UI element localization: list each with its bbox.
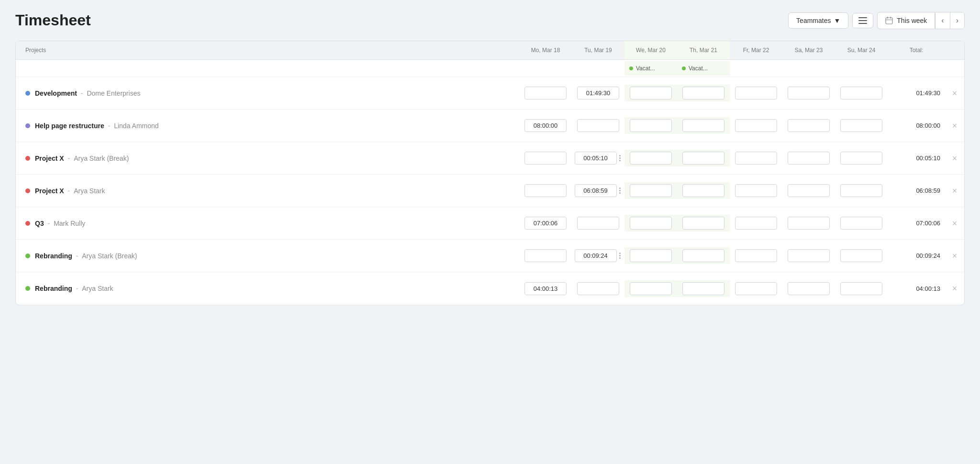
time-input[interactable] xyxy=(524,184,567,197)
time-cell xyxy=(624,85,677,101)
time-input[interactable] xyxy=(524,87,567,99)
time-input[interactable] xyxy=(577,282,619,295)
time-input[interactable] xyxy=(575,249,617,262)
time-input[interactable] xyxy=(682,282,724,295)
delete-row-button[interactable]: × xyxy=(952,187,958,195)
time-input[interactable] xyxy=(682,87,724,99)
time-input[interactable] xyxy=(788,152,830,165)
col-su: Su, Mar 24 xyxy=(835,41,888,59)
col-we: We, Mar 20 xyxy=(624,41,677,59)
more-options-button[interactable] xyxy=(618,187,622,195)
time-input[interactable] xyxy=(735,249,777,262)
time-input[interactable] xyxy=(577,119,619,132)
table-row: Project X - Arya Stark (Break)00:05:10× xyxy=(16,142,964,175)
time-input[interactable] xyxy=(577,87,619,99)
vacation-row: Vacat... Vacat... xyxy=(16,60,964,77)
time-cell xyxy=(835,247,888,264)
delete-row-button[interactable]: × xyxy=(952,219,958,228)
time-input[interactable] xyxy=(630,119,672,132)
time-input[interactable] xyxy=(630,282,672,295)
list-icon xyxy=(858,17,867,24)
teammates-label: Teammates xyxy=(796,17,831,24)
prev-week-button[interactable]: ‹ xyxy=(935,12,949,29)
time-input[interactable] xyxy=(630,87,672,99)
delete-cell: × xyxy=(945,185,964,197)
time-input[interactable] xyxy=(630,217,672,230)
table-row: Project X - Arya Stark06:08:59× xyxy=(16,175,964,207)
table-header: Projects Mo, Mar 18 Tu, Mar 19 We, Mar 2… xyxy=(16,41,964,60)
time-cell xyxy=(730,150,782,166)
time-input[interactable] xyxy=(630,249,672,262)
time-input[interactable] xyxy=(788,184,830,197)
time-cell xyxy=(677,150,730,166)
delete-row-button[interactable]: × xyxy=(952,122,958,130)
col-sa: Sa, Mar 23 xyxy=(782,41,835,59)
table-row: Rebranding - Arya Stark04:00:13× xyxy=(16,272,964,305)
time-input[interactable] xyxy=(524,152,567,165)
delete-cell: × xyxy=(945,282,964,295)
time-input[interactable] xyxy=(840,217,882,230)
time-input[interactable] xyxy=(682,184,724,197)
time-input[interactable] xyxy=(735,119,777,132)
time-input[interactable] xyxy=(575,184,617,197)
time-input[interactable] xyxy=(735,87,777,99)
time-input[interactable] xyxy=(788,217,830,230)
time-input[interactable] xyxy=(524,217,567,230)
time-cell xyxy=(730,280,782,297)
time-input[interactable] xyxy=(630,152,672,165)
time-cell xyxy=(730,85,782,101)
time-input[interactable] xyxy=(524,249,567,262)
delete-row-button[interactable]: × xyxy=(952,284,958,293)
list-view-button[interactable] xyxy=(852,13,873,28)
teammates-button[interactable]: Teammates ▼ xyxy=(788,12,848,29)
time-input[interactable] xyxy=(735,217,777,230)
delete-row-button[interactable]: × xyxy=(952,89,958,98)
project-sep: - xyxy=(74,285,80,292)
time-cell xyxy=(730,117,782,134)
dot-icon xyxy=(619,257,621,259)
time-input[interactable] xyxy=(735,152,777,165)
delete-row-button[interactable]: × xyxy=(952,252,958,260)
time-input[interactable] xyxy=(788,249,830,262)
time-input[interactable] xyxy=(788,282,830,295)
time-cell xyxy=(782,215,835,232)
time-input[interactable] xyxy=(840,87,882,99)
time-input[interactable] xyxy=(840,184,882,197)
time-input[interactable] xyxy=(735,282,777,295)
project-dot xyxy=(25,221,30,226)
time-input[interactable] xyxy=(840,152,882,165)
more-options-button[interactable] xyxy=(618,154,622,162)
time-input[interactable] xyxy=(524,282,567,295)
time-input[interactable] xyxy=(575,152,617,165)
time-input[interactable] xyxy=(630,184,672,197)
time-cell xyxy=(782,85,835,101)
time-cell xyxy=(624,182,677,199)
delete-cell: × xyxy=(945,87,964,99)
time-cell xyxy=(519,215,572,232)
page: Timesheet Teammates ▼ xyxy=(0,0,980,464)
time-input[interactable] xyxy=(682,152,724,165)
time-cell xyxy=(835,150,888,166)
time-cell xyxy=(677,280,730,297)
time-input[interactable] xyxy=(682,119,724,132)
project-name-text: Project X xyxy=(35,187,64,195)
page-header: Timesheet Teammates ▼ xyxy=(15,11,965,29)
time-input[interactable] xyxy=(788,119,830,132)
time-input[interactable] xyxy=(524,119,567,132)
delete-row-button[interactable]: × xyxy=(952,154,958,163)
time-input[interactable] xyxy=(735,184,777,197)
project-cell: Help page restructure - Linda Ammond xyxy=(16,114,519,137)
time-input[interactable] xyxy=(682,249,724,262)
time-input[interactable] xyxy=(788,87,830,99)
more-options-button[interactable] xyxy=(618,252,622,260)
time-input[interactable] xyxy=(682,217,724,230)
time-input[interactable] xyxy=(577,217,619,230)
time-cell xyxy=(572,215,624,232)
time-input[interactable] xyxy=(840,282,882,295)
time-cell xyxy=(519,280,572,297)
time-cell xyxy=(782,117,835,134)
next-week-button[interactable]: › xyxy=(950,12,964,29)
time-input[interactable] xyxy=(840,249,882,262)
project-cell: Project X - Arya Stark xyxy=(16,179,519,202)
time-input[interactable] xyxy=(840,119,882,132)
